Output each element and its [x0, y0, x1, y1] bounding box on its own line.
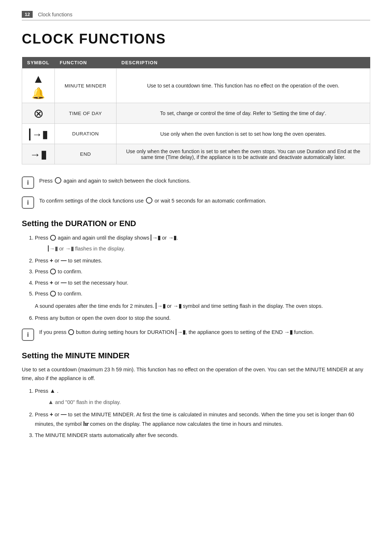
table-row: ⊗ TIME OF DAY To set, change or control … [22, 103, 370, 124]
header-title: Clock functions [38, 12, 72, 17]
minus-sym: — [61, 257, 66, 264]
info-note-3: i If you press button during setting hou… [22, 328, 370, 341]
minus-sym2: — [61, 279, 66, 286]
duration-steps-list: Press again and again until the display … [35, 233, 370, 298]
end-sym-note: →▮ [173, 303, 181, 309]
col-description: DESCRIPTION [117, 57, 370, 69]
function-end: END [55, 144, 117, 164]
info-note-2: i To confirm settings of the clock funct… [22, 196, 370, 209]
minute-minder-intro: Use to set a countdown (maximum 23 h 59 … [22, 366, 370, 382]
page-title: CLOCK FUNCTIONS [22, 31, 370, 47]
dur-sym-info3: →▮ [176, 329, 185, 335]
duration-step-5: Press to confirm. [35, 290, 370, 298]
duration-step-1: Press again and again until the display … [35, 233, 370, 242]
clock-sym-s3 [50, 269, 56, 274]
duration-step-3: Press to confirm. [35, 268, 370, 276]
bell-sym-step1: ▲ [50, 388, 56, 394]
table-row: ▲ 🔔 MINUTE MINDER Use to set a countdown… [22, 69, 370, 103]
minute-minder-step-3: The MINUTE MINDER starts automatically a… [35, 431, 370, 440]
end-sym-info3: →▮ [284, 329, 293, 335]
duration-step-2: Press + or — to set minutes. [35, 256, 370, 265]
info-note-1: i Press again and again to switch betwee… [22, 176, 370, 189]
col-function: FUNCTION [55, 57, 117, 69]
info-text-3: If you press button during setting hours… [39, 328, 314, 336]
col-symbol: SYMBOL [22, 57, 55, 69]
desc-duration: Use only when the oven function is set t… [117, 124, 370, 144]
desc-minute-minder: Use to set a countdown time. This functi… [117, 69, 370, 103]
info-text-2: To confirm settings of the clock functio… [39, 196, 266, 205]
minute-minder-step-2: Press + or — to set the MINUTE MINDER. A… [35, 410, 370, 429]
duration-arrow-sym: →▮ [151, 234, 160, 241]
page: 12 Clock functions CLOCK FUNCTIONS SYMBO… [0, 0, 392, 465]
end-arrow-sym2: →▮ [65, 245, 74, 252]
symbol-duration: →▮ [22, 124, 55, 144]
clock-functions-table: SYMBOL FUNCTION DESCRIPTION ▲ 🔔 MINUTE M… [22, 57, 370, 164]
plus-sym: + [50, 257, 53, 264]
minute-minder-step-1-sub: ▲ and "00" flash in the display. [48, 397, 370, 407]
duration-after-step5: A sound operates after the time ends for… [35, 302, 370, 310]
duration-step-4: Press + or — to set the necessary hour. [35, 278, 370, 287]
symbol-bell: ▲ 🔔 [22, 69, 55, 103]
clock-symbol-inline [55, 177, 61, 184]
hr-badge: hr [83, 420, 89, 427]
function-time-of-day: TIME OF DAY [55, 103, 117, 124]
clock-icon: ⊗ [33, 106, 44, 120]
minute-minder-step-1: Press ▲ . [35, 386, 370, 396]
info-icon-2: i [22, 196, 34, 209]
minus-sym3: — [61, 411, 66, 417]
clock-sym-s1 [50, 235, 56, 241]
clock-symbol-inline2 [146, 197, 152, 204]
duration-step-6: Press any button or open the oven door t… [35, 314, 370, 322]
table-row: →▮ DURATION Use only when the oven funct… [22, 124, 370, 144]
clock-sym-s5 [50, 291, 56, 297]
minute-minder-steps-list: Press ▲ . ▲ and "00" flash in the displa… [35, 386, 370, 440]
duration-icon: →▮ [29, 128, 48, 140]
desc-time-of-day: To set, change or control the time of da… [117, 103, 370, 124]
end-icon: →▮ [30, 148, 47, 161]
symbol-clock: ⊗ [22, 103, 55, 124]
minute-minder-section-heading: Setting the MINUTE MINDER [22, 351, 370, 360]
info-text-1: Press again and again to switch between … [39, 176, 191, 185]
function-duration: DURATION [55, 124, 117, 144]
symbol-end: →▮ [22, 144, 55, 164]
end-arrow-sym: →▮ [168, 234, 176, 241]
duration-step-1-sub: →▮ or →▮ flashes in the display. [48, 244, 370, 253]
duration-step6-list: Press any button or open the oven door t… [35, 314, 370, 322]
desc-end: Use only when the oven function is set t… [117, 144, 370, 164]
dur-sym-note: →▮ [156, 303, 166, 309]
page-header: 12 Clock functions [22, 11, 370, 20]
function-minute-minder: MINUTE MINDER [55, 69, 117, 103]
table-row: →▮ END Use only when the oven function i… [22, 144, 370, 164]
duration-arrow-sym2: →▮ [48, 245, 58, 252]
plus-sym3: + [50, 411, 53, 417]
plus-sym2: + [50, 279, 53, 286]
info-icon-1: i [22, 176, 34, 189]
clock-sym-info3 [68, 329, 74, 335]
bell-sym-sub1: ▲ [48, 399, 54, 405]
page-number: 12 [22, 11, 33, 18]
bell-icon: ▲ 🔔 [32, 72, 45, 99]
duration-section-heading: Setting the DURATION or END [22, 219, 370, 228]
info-icon-3: i [22, 328, 34, 341]
